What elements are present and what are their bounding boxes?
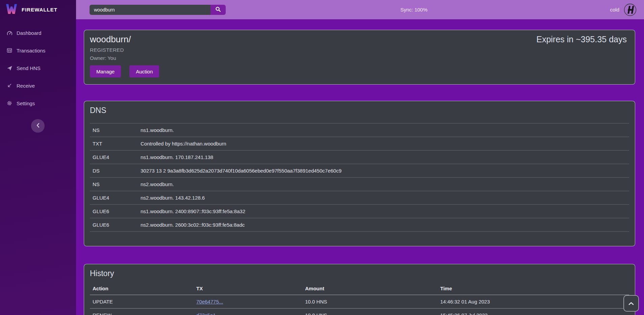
dns-record-value: ns2.woodburn. 143.42.128.6 xyxy=(138,191,629,205)
dns-record-value: ns1.woodburn. 170.187.241.138 xyxy=(138,151,629,164)
dns-record-row: GLUE4ns2.woodburn. 143.42.128.6 xyxy=(90,191,629,205)
chevron-up-icon xyxy=(628,300,634,307)
main-content: woodburn/ REGISTERED Owner: You Manage A… xyxy=(76,19,644,315)
dns-record-type: GLUE4 xyxy=(90,191,138,205)
dns-record-row: TXTControlled by https://nathan.woodburn xyxy=(90,137,629,151)
domain-owner: Owner: You xyxy=(90,55,627,61)
domain-expiry: Expires in ~395.35 days xyxy=(536,35,627,44)
dns-card: DNS NSns1.woodburn.TXTControlled by http… xyxy=(84,101,635,246)
domain-actions: Manage Auction xyxy=(90,65,627,77)
sidebar-item-settings[interactable]: Settings xyxy=(0,94,76,112)
sidebar-item-transactions[interactable]: Transactions xyxy=(0,42,76,59)
chevron-left-icon xyxy=(36,123,40,129)
transactions-icon xyxy=(6,48,13,53)
brand: FIREWALLET xyxy=(0,0,76,19)
dns-record-value: 30273 13 2 9a3a8fb3d625d2a2073d740f10da6… xyxy=(138,164,629,178)
history-time: 14:46:32 01 Aug 2023 xyxy=(438,295,629,309)
dashboard-icon xyxy=(6,30,13,36)
history-action: RENEW xyxy=(90,309,194,315)
dns-record-type: DS xyxy=(90,164,138,178)
search-icon xyxy=(215,6,221,13)
firewallet-w-logo xyxy=(5,3,18,16)
domain-status: REGISTERED xyxy=(90,47,627,53)
history-column-amount: Amount xyxy=(302,282,438,295)
history-amount: 10.0 HNS xyxy=(302,295,438,309)
manage-button[interactable]: Manage xyxy=(90,65,121,77)
history-time: 15:45:36 07 Jul 2023 xyxy=(438,309,629,315)
tx-link[interactable]: d73c5e1... xyxy=(196,312,220,315)
sidebar-collapse-button[interactable] xyxy=(31,119,45,133)
dns-record-type: NS xyxy=(90,123,138,137)
sidebar-nav: DashboardTransactionsSend HNSReceiveSett… xyxy=(0,24,76,112)
dns-record-type: GLUE6 xyxy=(90,205,138,218)
dns-table: NSns1.woodburn.TXTControlled by https://… xyxy=(90,123,629,232)
dns-record-row: DS30273 13 2 9a3a8fb3d625d2a2073d740f10d… xyxy=(90,164,629,178)
history-row: RENEWd73c5e1...10.0 HNS15:45:36 07 Jul 2… xyxy=(90,309,629,315)
history-column-time: Time xyxy=(438,282,629,295)
sidebar-item-label: Receive xyxy=(17,83,35,89)
topbar: Sync: 100% cold xyxy=(76,0,644,19)
dns-record-type: TXT xyxy=(90,137,138,151)
search-button[interactable] xyxy=(210,5,226,15)
dns-record-row: GLUE4ns1.woodburn. 170.187.241.138 xyxy=(90,151,629,164)
search-input[interactable] xyxy=(90,5,210,15)
dns-record-value: ns1.woodburn. 2400:8907::f03c:93ff:fe5a:… xyxy=(138,205,629,218)
search-bar xyxy=(90,5,226,15)
handshake-icon[interactable] xyxy=(624,3,637,16)
history-table: ActionTXAmountTime UPDATE70e64775...10.0… xyxy=(90,282,629,315)
dns-record-row: NSns1.woodburn. xyxy=(90,123,629,137)
dns-record-value: ns2.woodburn. 2600:3c02::f03c:93ff:fe5a:… xyxy=(138,218,629,232)
sidebar-item-dashboard[interactable]: Dashboard xyxy=(0,24,76,42)
sidebar-item-label: Dashboard xyxy=(17,30,41,36)
dns-record-type: NS xyxy=(90,178,138,191)
history-column-tx: TX xyxy=(194,282,302,295)
settings-icon xyxy=(6,100,13,106)
sidebar-item-label: Transactions xyxy=(17,48,45,53)
auction-button[interactable]: Auction xyxy=(129,65,159,77)
dns-record-value: ns2.woodburn. xyxy=(138,178,629,191)
dns-record-type: GLUE4 xyxy=(90,151,138,164)
domain-card: woodburn/ REGISTERED Owner: You Manage A… xyxy=(84,30,635,85)
send-icon xyxy=(6,65,13,71)
history-amount: 10.0 HNS xyxy=(302,309,438,315)
scroll-to-top-button[interactable] xyxy=(623,295,639,312)
tx-link[interactable]: 70e64775... xyxy=(196,299,223,305)
receive-icon xyxy=(6,83,13,88)
dns-record-value: ns1.woodburn. xyxy=(138,123,629,137)
brand-name: FIREWALLET xyxy=(22,7,57,13)
dns-record-row: GLUE6ns1.woodburn. 2400:8907::f03c:93ff:… xyxy=(90,205,629,218)
dns-record-type: GLUE6 xyxy=(90,218,138,232)
history-column-action: Action xyxy=(90,282,194,295)
history-card-title: History xyxy=(90,269,629,278)
dns-record-value: Controlled by https://nathan.woodburn xyxy=(138,137,629,151)
sidebar: FIREWALLET DashboardTransactionsSend HNS… xyxy=(0,0,76,315)
wallet-mode-label: cold xyxy=(610,7,619,13)
dns-record-row: GLUE6ns2.woodburn. 2600:3c02::f03c:93ff:… xyxy=(90,218,629,232)
history-card: History ActionTXAmountTime UPDATE70e6477… xyxy=(84,264,635,315)
sidebar-item-label: Send HNS xyxy=(17,65,41,71)
dns-card-title: DNS xyxy=(90,106,629,115)
wallet-indicator: cold xyxy=(610,3,637,16)
history-row: UPDATE70e64775...10.0 HNS14:46:32 01 Aug… xyxy=(90,295,629,309)
sidebar-item-send-hns[interactable]: Send HNS xyxy=(0,59,76,77)
dns-record-row: NSns2.woodburn. xyxy=(90,178,629,191)
sidebar-item-receive[interactable]: Receive xyxy=(0,77,76,94)
sync-status: Sync: 100% xyxy=(400,7,427,13)
sidebar-item-label: Settings xyxy=(17,100,35,106)
history-action: UPDATE xyxy=(90,295,194,309)
